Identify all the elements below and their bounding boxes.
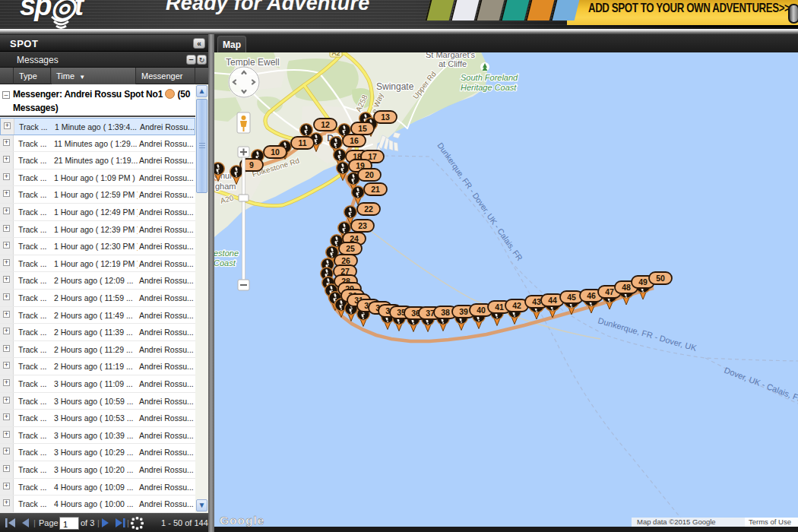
svg-text:17: 17 <box>368 152 377 161</box>
svg-text:Google: Google <box>220 514 264 527</box>
svg-text:42: 42 <box>512 301 521 310</box>
svg-text:50: 50 <box>656 274 665 283</box>
svg-text:A2: A2 <box>331 52 340 57</box>
svg-text:25: 25 <box>346 244 355 253</box>
svg-text:44: 44 <box>548 296 557 305</box>
svg-text:20: 20 <box>365 170 374 179</box>
svg-text:22: 22 <box>364 204 373 214</box>
svg-text:39: 39 <box>459 307 468 316</box>
svg-text:Temple Ewell: Temple Ewell <box>226 57 280 68</box>
svg-text:gham: gham <box>215 182 236 191</box>
svg-text:49: 49 <box>638 277 648 287</box>
svg-text:15: 15 <box>358 124 367 133</box>
svg-text:46: 46 <box>587 291 596 300</box>
svg-text:26: 26 <box>341 256 350 265</box>
svg-text:Terms of Use: Terms of Use <box>749 518 791 526</box>
svg-text:23: 23 <box>358 221 367 230</box>
svg-text:estone: estone <box>214 249 239 258</box>
svg-text:9: 9 <box>249 160 254 169</box>
svg-text:13: 13 <box>381 112 390 122</box>
svg-text:10: 10 <box>271 147 280 157</box>
svg-text:48: 48 <box>622 283 631 292</box>
svg-text:21: 21 <box>371 185 380 194</box>
svg-text:45: 45 <box>567 293 576 302</box>
svg-text:11: 11 <box>298 138 306 147</box>
svg-text:38: 38 <box>441 308 450 317</box>
svg-text:12: 12 <box>321 120 330 129</box>
svg-text:47: 47 <box>605 287 614 296</box>
svg-text:43: 43 <box>532 297 541 306</box>
svg-text:27: 27 <box>340 267 350 276</box>
svg-text:40: 40 <box>477 306 486 315</box>
svg-text:Map data ©2015 Google: Map data ©2015 Google <box>637 518 716 526</box>
svg-text:Heritage Coast: Heritage Coast <box>461 83 517 92</box>
svg-text:Swingate: Swingate <box>376 81 414 92</box>
svg-text:41: 41 <box>495 302 504 312</box>
svg-text:South Foreland: South Foreland <box>461 73 518 82</box>
svg-text:at Cliffe: at Cliffe <box>439 59 467 68</box>
svg-text:24: 24 <box>350 234 359 243</box>
svg-text:Coast: Coast <box>214 258 236 268</box>
svg-text:St Margaret's: St Margaret's <box>426 52 476 59</box>
svg-text:16: 16 <box>350 136 359 145</box>
